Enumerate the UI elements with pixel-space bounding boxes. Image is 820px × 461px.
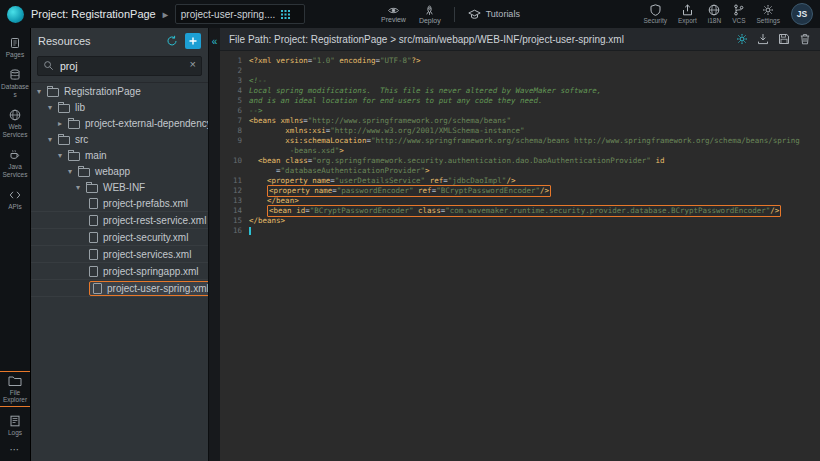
caret-down-icon[interactable]: ▾ — [76, 183, 86, 192]
grid-apps-icon[interactable] — [281, 10, 290, 19]
refresh-button[interactable] — [166, 35, 178, 47]
apis-icon — [9, 189, 21, 201]
logs-icon — [9, 415, 21, 427]
code-line: <?xml version="1.0" encoding="UTF-8"?> — [249, 56, 421, 66]
file-icon — [89, 198, 98, 209]
save-icon — [778, 33, 790, 45]
code-line: <!-- — [249, 76, 267, 86]
code-row[interactable]: 9 xsi:schemaLocation="http://www.springf… — [220, 136, 820, 146]
rail-item-logs[interactable]: Logs — [0, 415, 30, 436]
line-number: 10 — [220, 156, 249, 166]
tree-item-src[interactable]: ▾ src — [31, 131, 208, 147]
caret-down-icon[interactable]: ▾ — [68, 167, 78, 176]
graduation-cap-icon — [468, 9, 481, 20]
open-file-selector[interactable]: project-user-spring.... — [175, 4, 305, 24]
code-row[interactable]: 2 — [220, 66, 820, 76]
tutorials-button[interactable]: Tutorials — [468, 9, 520, 20]
code-row[interactable]: 1<?xml version="1.0" encoding="UTF-8"?> — [220, 56, 820, 66]
tree-item-project-security[interactable]: project-security.xml — [31, 229, 208, 246]
rail-item-file-explorer[interactable]: File Explorer — [0, 375, 30, 404]
tree-item-project-rest-service[interactable]: project-rest-service.xml — [31, 212, 208, 229]
pages-icon — [9, 37, 21, 49]
ellipsis-icon[interactable]: ⋯ — [10, 444, 21, 455]
vcs-button[interactable]: VCS — [732, 4, 745, 24]
code-row[interactable]: 5and is an ideal location for end-users … — [220, 96, 820, 106]
close-icon[interactable]: × — [190, 58, 196, 70]
code-editor[interactable]: 1<?xml version="1.0" encoding="UTF-8"?>2… — [220, 51, 820, 461]
code-row[interactable]: 16 — [220, 226, 820, 236]
rail-item-java-services[interactable]: Java Services — [0, 149, 30, 178]
file-tree: ▾ RegistrationPage ▾ lib ▸ project-exter… — [31, 82, 208, 461]
caret-down-icon[interactable]: ▾ — [37, 87, 47, 96]
code-row[interactable]: 12 <property name="passwordEncoder" ref=… — [220, 186, 820, 196]
tree-item-web-inf[interactable]: ▾ WEB-INF — [31, 179, 208, 195]
line-number: 3 — [220, 76, 249, 86]
panel-collapse-strip[interactable]: « — [208, 28, 220, 461]
resources-title: Resources — [38, 35, 91, 47]
tree-item-project-services[interactable]: project-services.xml — [31, 246, 208, 263]
rail-item-apis[interactable]: APIs — [0, 189, 30, 210]
code-row[interactable]: 7<beans xmlns="http://www.springframewor… — [220, 116, 820, 126]
tree-item-project-user-spring[interactable]: project-user-spring.xml — [31, 280, 208, 297]
search-input[interactable] — [37, 56, 202, 76]
save-button[interactable] — [778, 33, 790, 45]
web-services-icon — [9, 109, 21, 121]
chevron-right-icon: ▸ — [163, 9, 168, 20]
folder-icon — [47, 88, 59, 97]
folder-icon — [58, 136, 70, 145]
folder-icon — [58, 104, 70, 113]
tree-item-webapp[interactable]: ▾ webapp — [31, 163, 208, 179]
preview-button[interactable]: Preview — [381, 6, 406, 23]
code-line — [249, 226, 251, 236]
line-number: 14 — [220, 206, 249, 216]
user-avatar[interactable]: JS — [791, 3, 813, 25]
tree-item-lib[interactable]: ▾ lib — [31, 99, 208, 115]
deploy-label: Deploy — [419, 17, 441, 24]
settings-button[interactable] — [736, 33, 748, 45]
caret-down-icon[interactable]: ▾ — [48, 135, 58, 144]
file-path: File Path: Project: RegistrationPage > s… — [229, 34, 624, 45]
tree-item-project-springapp[interactable]: project-springapp.xml — [31, 263, 208, 280]
code-row[interactable]: 4Local spring modifications. This file i… — [220, 86, 820, 96]
code-row[interactable]: ="databaseAuthenticationProvider"> — [220, 166, 820, 176]
export-button[interactable]: Export — [678, 4, 697, 24]
project-name-label: Project: RegistrationPage — [31, 8, 156, 20]
resource-search: × — [37, 56, 202, 76]
tree-item-main[interactable]: ▾ main — [31, 147, 208, 163]
tree-item-project-external-dependency-jars[interactable]: ▸ project-external-dependency-jars — [31, 115, 208, 131]
code-row[interactable]: -beans.xsd"> — [220, 146, 820, 156]
editor-area: File Path: Project: RegistrationPage > s… — [220, 28, 820, 461]
download-button[interactable] — [757, 33, 769, 45]
search-icon — [43, 60, 54, 71]
rail-item-databases[interactable]: Databases — [0, 69, 30, 98]
line-number: 15 — [220, 216, 249, 226]
code-row[interactable]: 8 xmlns:xsi="http://www.w3.org/2001/XMLS… — [220, 126, 820, 136]
caret-down-icon[interactable]: ▾ — [48, 103, 58, 112]
wavemaker-logo-icon[interactable] — [7, 6, 24, 23]
rail-item-web-services[interactable]: Web Services — [0, 109, 30, 138]
caret-right-icon[interactable]: ▸ — [58, 119, 68, 128]
code-row[interactable]: 15</beans> — [220, 216, 820, 226]
file-path-bar: File Path: Project: RegistrationPage > s… — [220, 28, 820, 51]
text-caret — [249, 227, 251, 235]
code-row[interactable]: 6--> — [220, 106, 820, 116]
code-row[interactable]: 14 <bean id="BCryptPasswordEncoder" clas… — [220, 206, 820, 216]
code-row[interactable]: 10 <bean class="org.springframework.secu… — [220, 156, 820, 166]
tree-item-project-prefabs[interactable]: project-prefabs.xml — [31, 195, 208, 212]
settings-button[interactable]: Settings — [757, 4, 781, 24]
tree-item-registrationpage[interactable]: ▾ RegistrationPage — [31, 83, 208, 99]
collapse-left-icon[interactable]: « — [212, 37, 218, 47]
gear-icon — [762, 4, 774, 16]
add-resource-button[interactable] — [185, 33, 201, 49]
selected-file-highlight: project-user-spring.xml — [89, 281, 208, 296]
rail-item-pages[interactable]: Pages — [0, 37, 30, 58]
security-button[interactable]: Security — [643, 4, 666, 24]
left-rail: Pages Databases Web Services Java Servic… — [0, 28, 30, 461]
caret-down-icon[interactable]: ▾ — [58, 151, 68, 160]
delete-button[interactable] — [799, 33, 811, 45]
branch-icon — [733, 4, 744, 16]
line-number: 13 — [220, 196, 249, 206]
code-row[interactable]: 3<!-- — [220, 76, 820, 86]
deploy-button[interactable]: Deploy — [419, 5, 441, 24]
i18n-button[interactable]: i18N — [708, 4, 721, 24]
